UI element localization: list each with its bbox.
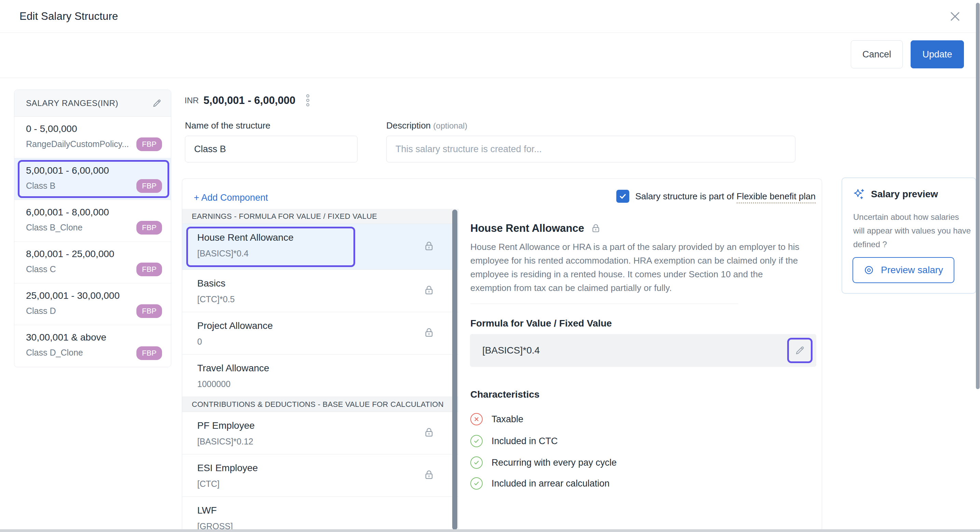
close-button[interactable] — [948, 9, 963, 24]
close-icon — [948, 10, 961, 23]
range-text: 0 - 5,00,000 — [26, 123, 162, 134]
add-component-link[interactable]: + Add Component — [194, 193, 268, 203]
salary-ranges-title: SALARY RANGES(INR) — [26, 99, 118, 108]
lock-icon — [423, 327, 435, 340]
description-label-text: Description — [386, 120, 431, 131]
fbp-badge: FBP — [137, 179, 162, 193]
edit-ranges-pencil-icon[interactable] — [152, 98, 162, 108]
range-text: 25,00,001 - 30,00,000 — [26, 290, 162, 301]
component-row[interactable]: PF Employee [BASICS]*0.12 — [182, 412, 458, 454]
fbp-label-prefix: Salary structure is part of — [635, 191, 737, 201]
page-scrollbar[interactable] — [976, 3, 980, 389]
characteristic-text: Included in CTC — [492, 436, 558, 446]
horizontal-scrollbar-track[interactable] — [0, 529, 980, 532]
fbp-badge: FBP — [137, 304, 162, 318]
salary-preview-header: Salary preview — [853, 188, 938, 201]
components-list: EARNINGS - FORMULA FOR VALUE / FIXED VAL… — [182, 209, 458, 532]
salary-range-item[interactable]: 6,00,001 - 8,00,000 Class B_Clone FBP — [14, 200, 171, 242]
component-row[interactable]: Basics [CTC]*0.5 — [182, 270, 458, 312]
description-optional-text: (optional) — [433, 121, 467, 130]
cross-circle-icon — [470, 413, 483, 425]
salary-preview-card: Salary preview Uncertain about how salar… — [842, 177, 976, 294]
fbp-checkbox[interactable] — [616, 190, 629, 203]
range-text: 5,00,001 - 6,00,000 — [26, 165, 162, 176]
salary-ranges-panel: SALARY RANGES(INR) 0 - 5,00,000 RangeDai… — [14, 89, 171, 367]
check-circle-icon — [470, 477, 483, 490]
component-title: Project Allowance — [197, 320, 458, 331]
range-structure-name: Class D — [26, 306, 139, 316]
component-row[interactable]: Travel Allowance 1000000 — [182, 355, 458, 397]
component-formula: 1000000 — [197, 379, 458, 389]
salary-range-item-selected[interactable]: 5,00,001 - 6,00,000 Class B FBP — [14, 158, 171, 200]
component-title: PF Employee — [197, 420, 458, 431]
characteristic-item: Included in arrear calculation — [470, 477, 609, 490]
cancel-button[interactable]: Cancel — [851, 40, 903, 68]
edit-formula-button[interactable] — [787, 338, 813, 363]
formula-section-label: Formula for Value / Fixed Value — [470, 318, 612, 329]
fbp-checkbox-label: Salary structure is part of Flexible ben… — [635, 191, 816, 202]
range-text: 6,00,001 - 8,00,000 — [26, 207, 162, 218]
currency-label: INR — [185, 96, 199, 105]
fbp-plan-link[interactable]: Flexible benefit plan — [737, 191, 816, 204]
range-structure-name: Class B — [26, 181, 139, 191]
salary-range-item[interactable]: 8,00,001 - 25,00,000 Class C FBP — [14, 242, 171, 284]
salary-range-item[interactable]: 0 - 5,00,000 RangeDailyCustomPolicy... F… — [14, 116, 171, 158]
characteristic-item: Recurring with every pay cycle — [470, 456, 617, 469]
update-button[interactable]: Update — [911, 40, 964, 68]
range-structure-name: Class D_Clone — [26, 348, 139, 358]
component-row-selected[interactable]: House Rent Allowance [BASICS]*0.4 — [182, 224, 458, 270]
preview-salary-button-label: Preview salary — [881, 264, 943, 276]
modal-header: Edit Salary Structure — [0, 0, 980, 33]
structure-name-input[interactable] — [185, 136, 358, 162]
fbp-checkbox-row[interactable]: Salary structure is part of Flexible ben… — [616, 190, 816, 203]
preview-salary-button[interactable]: Preview salary — [853, 257, 955, 283]
formula-value-text: [BASICS]*0.4 — [482, 345, 540, 356]
deductions-section-header: CONTRIBUTIONS & DEDUCTIONS - BASE VALUE … — [182, 397, 458, 412]
check-circle-icon — [470, 456, 483, 469]
component-title: House Rent Allowance — [197, 232, 458, 243]
component-title: Basics — [197, 278, 458, 289]
component-formula: [BASICS]*0.4 — [197, 248, 458, 258]
earnings-section-header: EARNINGS - FORMULA FOR VALUE / FIXED VAL… — [182, 209, 458, 224]
component-title: ESI Employee — [197, 463, 458, 473]
characteristics-label: Characteristics — [470, 389, 539, 400]
component-formula: 0 — [197, 337, 458, 347]
selected-range-value: 5,00,001 - 6,00,000 — [204, 94, 295, 107]
component-row[interactable]: Project Allowance 0 — [182, 312, 458, 355]
range-structure-name: Class C — [26, 264, 139, 274]
characteristic-text: Taxable — [492, 414, 523, 425]
lock-icon — [423, 241, 435, 253]
component-detail-title: House Rent Allowance — [470, 222, 601, 234]
component-formula: [CTC]*0.5 — [197, 295, 458, 304]
range-text: 30,00,001 & above — [26, 332, 162, 343]
eye-icon — [864, 265, 874, 275]
fbp-badge: FBP — [137, 137, 162, 151]
range-structure-name: Class B_Clone — [26, 223, 139, 233]
range-options-kebab-icon[interactable] — [304, 92, 312, 108]
component-row[interactable]: ESI Employee [CTC] — [182, 454, 458, 497]
description-input[interactable] — [386, 136, 795, 162]
divider — [470, 304, 738, 304]
salary-preview-text: Uncertain about how salaries will appear… — [853, 210, 971, 251]
lock-icon — [423, 427, 435, 440]
salary-range-item[interactable]: 30,00,001 & above Class D_Clone FBP — [14, 325, 171, 367]
range-text: 8,00,001 - 25,00,000 — [26, 248, 162, 260]
characteristic-text: Included in arrear calculation — [492, 478, 609, 489]
lock-icon — [590, 223, 601, 234]
list-scrollbar[interactable] — [452, 210, 457, 530]
component-row[interactable]: LWF [GROSS] — [182, 497, 458, 532]
description-field-label: Description (optional) — [386, 120, 467, 131]
fbp-badge: FBP — [137, 263, 162, 276]
formula-value-box: [BASICS]*0.4 — [470, 334, 816, 367]
pencil-icon — [794, 345, 805, 356]
action-bar: Cancel Update — [0, 33, 980, 78]
sparkle-icon — [853, 188, 865, 201]
characteristic-item: Included in CTC — [470, 435, 558, 447]
lock-icon — [423, 285, 435, 298]
salary-ranges-header: SALARY RANGES(INR) — [14, 90, 171, 116]
characteristic-text: Recurring with every pay cycle — [492, 457, 617, 468]
lock-icon — [423, 469, 435, 482]
salary-range-item[interactable]: 25,00,001 - 30,00,000 Class D FBP — [14, 284, 171, 325]
name-field-label: Name of the structure — [185, 120, 270, 131]
component-detail-title-text: House Rent Allowance — [470, 222, 584, 234]
